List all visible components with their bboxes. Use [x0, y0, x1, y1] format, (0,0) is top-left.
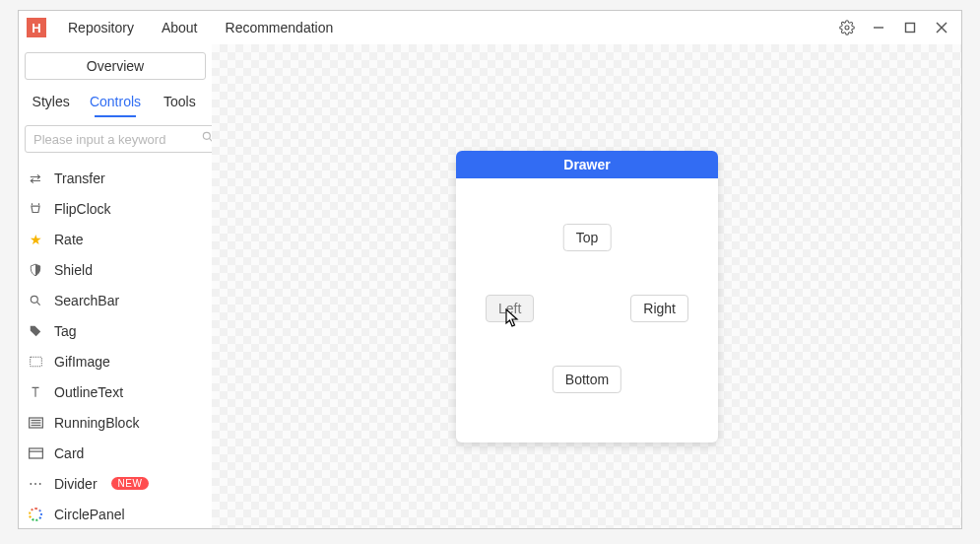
minimize-button[interactable]	[863, 11, 894, 44]
drawer-panel: Drawer Top Left Right Bottom	[456, 151, 718, 442]
shield-icon	[27, 263, 44, 277]
menu-about[interactable]: About	[148, 11, 212, 44]
tab-styles[interactable]: Styles	[19, 86, 83, 119]
list-item-tag[interactable]: Tag	[19, 315, 212, 346]
list-item-searchbar[interactable]: SearchBar	[19, 285, 212, 315]
list-item-label: FlipClock	[54, 201, 111, 217]
overview-button[interactable]: Overview	[25, 52, 206, 80]
list-item-divider[interactable]: ⋯ Divider NEW	[19, 468, 212, 499]
list-item-circlepanel[interactable]: CirclePanel	[19, 499, 212, 528]
star-icon: ★	[27, 232, 44, 247]
card-icon	[27, 447, 44, 459]
outline-text-icon	[27, 385, 44, 399]
list-item-runningblock[interactable]: RunningBlock	[19, 407, 212, 438]
search-row	[19, 119, 212, 163]
list-item-label: RunningBlock	[54, 415, 139, 431]
panel-body: Top Left Right Bottom	[456, 178, 718, 442]
list-item-outlinetext[interactable]: OutlineText	[19, 376, 212, 407]
circle-panel-icon	[27, 508, 44, 521]
list-item-label: SearchBar	[54, 293, 119, 308]
search-icon	[27, 294, 44, 307]
list-item-transfer[interactable]: ⇄ Transfer	[19, 163, 212, 193]
gear-icon[interactable]	[831, 11, 863, 44]
list-item-label: Card	[54, 445, 84, 461]
list-item-shield[interactable]: Shield	[19, 254, 212, 285]
svg-line-8	[36, 302, 39, 305]
flipclock-icon	[27, 202, 44, 216]
menu-repository[interactable]: Repository	[54, 11, 148, 44]
tab-controls[interactable]: Controls	[83, 86, 147, 119]
list-item-label: CirclePanel	[54, 507, 125, 522]
svg-point-5	[203, 132, 210, 139]
svg-point-0	[845, 26, 849, 30]
list-item-rate[interactable]: ★ Rate	[19, 224, 212, 254]
list-item-label: Tag	[54, 323, 77, 339]
svg-rect-2	[906, 24, 915, 33]
gif-icon	[27, 355, 44, 369]
sidebar: Overview Styles Controls Tools	[19, 44, 212, 528]
svg-point-7	[31, 296, 37, 303]
svg-rect-14	[29, 448, 42, 458]
drawer-bottom-button[interactable]: Bottom	[553, 366, 621, 393]
list-item-flipclock[interactable]: FlipClock	[19, 193, 212, 224]
list-item-label: Divider	[54, 476, 98, 492]
running-block-icon	[27, 417, 44, 429]
svg-rect-9	[30, 357, 41, 366]
menubar: Repository About Recommendation	[19, 11, 961, 44]
app-logo	[27, 18, 46, 37]
drawer-top-button[interactable]: Top	[563, 224, 612, 251]
transfer-icon: ⇄	[27, 170, 44, 186]
tag-icon	[27, 324, 44, 338]
search-input[interactable]	[32, 131, 201, 148]
new-badge: NEW	[111, 477, 150, 490]
list-item-label: OutlineText	[54, 384, 123, 400]
menu-recommendation[interactable]: Recommendation	[212, 11, 348, 44]
list-item-label: Rate	[54, 232, 84, 247]
close-button[interactable]	[926, 11, 957, 44]
app-window: Repository About Recommendation Overview…	[18, 10, 962, 529]
list-item-label: GifImage	[54, 354, 110, 370]
drawer-right-button[interactable]: Right	[630, 295, 688, 322]
tab-tools[interactable]: Tools	[148, 86, 212, 119]
list-item-label: Transfer	[54, 170, 105, 186]
list-item-card[interactable]: Card	[19, 438, 212, 468]
search-icon	[201, 130, 212, 148]
panel-title: Drawer	[456, 151, 718, 178]
sidebar-tabs: Styles Controls Tools	[19, 86, 212, 119]
canvas: Drawer Top Left Right Bottom	[212, 44, 961, 528]
control-list[interactable]: ⇄ Transfer FlipClock ★ Rate	[19, 163, 212, 528]
list-item-gifimage[interactable]: GifImage	[19, 346, 212, 376]
search-box[interactable]	[25, 125, 212, 153]
list-item-label: Shield	[54, 262, 93, 278]
maximize-button[interactable]	[894, 11, 926, 44]
window-body: Overview Styles Controls Tools	[19, 44, 961, 528]
divider-icon: ⋯	[27, 476, 44, 492]
drawer-left-button[interactable]: Left	[486, 295, 534, 322]
